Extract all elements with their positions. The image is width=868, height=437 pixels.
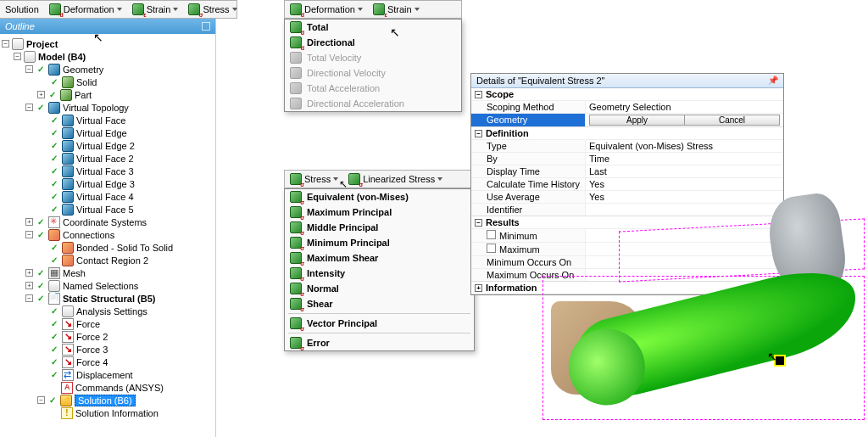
tree-displacement[interactable]: ✓Displacement [2,368,214,381]
strain-dropdown2[interactable]: Strain [368,1,425,18]
tree-analysis-settings[interactable]: ✓Analysis Settings [2,305,214,317]
tree-force2[interactable]: ✓Force 2 [2,330,214,343]
collapse-icon[interactable]: − [475,91,482,98]
expand-icon[interactable]: + [25,282,33,289]
deformation-dropdown[interactable]: Deformation [44,1,127,18]
prop-by[interactable]: ByTime [471,152,783,165]
collapse-icon[interactable]: − [25,65,33,73]
menu-shear[interactable]: Shear [285,296,474,311]
check-icon: ✓ [49,357,59,367]
collapse-icon[interactable]: − [475,130,482,137]
menu-total[interactable]: Total [285,20,461,35]
check-icon: ✓ [49,77,59,87]
tree-vface2[interactable]: ✓Virtual Face 2 [2,152,214,165]
checkbox[interactable] [487,244,496,253]
project-icon [12,38,24,50]
tree-model[interactable]: −Model (B4) [2,50,214,63]
tree-contact2[interactable]: ✓Contact Region 2 [2,254,214,266]
prop-scoping-method[interactable]: Scoping MethodGeometry Selection [471,100,783,113]
collapse-icon[interactable]: − [37,396,45,404]
checkbox[interactable] [487,230,496,239]
tree-solid[interactable]: ✓Solid [2,76,214,88]
collapse-icon[interactable]: − [25,104,33,111]
tree-virtual-topology[interactable]: −✓Virtual Topology [2,101,214,114]
group-scope[interactable]: −Scope [471,88,783,100]
tree-force1[interactable]: ✓Force [2,317,214,330]
expand-icon[interactable]: + [25,269,33,277]
tree-solution-info[interactable]: Solution Information [2,406,214,419]
check-icon: ✓ [36,230,46,239]
tree-vface[interactable]: ✓Virtual Face [2,114,214,126]
menu-intensity[interactable]: Intensity [285,266,474,281]
deformation-label: Deformation [64,4,114,14]
expand-icon[interactable]: + [25,218,33,226]
tree-force4[interactable]: ✓Force 4 [2,356,214,368]
pin-icon[interactable]: 📌 [768,76,778,86]
pin-icon[interactable] [202,22,210,31]
tree-coord[interactable]: +✓Coordinate Systems [2,216,214,228]
tree-vedge3[interactable]: ✓Virtual Edge 3 [2,177,214,190]
tree-vface3[interactable]: ✓Virtual Face 3 [2,165,214,177]
model-tree[interactable]: −Project −Model (B4) −✓Geometry ✓Solid +… [0,34,215,423]
menu-error[interactable]: Error [285,335,474,350]
tree-vface5[interactable]: ✓Virtual Face 5 [2,203,214,216]
stress-dropdown[interactable]: Stress [183,1,242,18]
result-icon [290,267,302,279]
cancel-button[interactable]: Cancel [685,115,780,126]
collapse-icon[interactable]: − [25,294,33,302]
menu-max-principal[interactable]: Maximum Principal [285,204,474,220]
menu-dir-accel: Directional Acceleration [285,96,461,111]
menu-mid-principal[interactable]: Middle Principal [285,220,474,235]
stress-dropdown-open[interactable]: Stress [285,171,343,188]
tree-vedge2[interactable]: ✓Virtual Edge 2 [2,139,214,152]
vf-icon [62,153,74,165]
tree-vface4[interactable]: ✓Virtual Face 4 [2,190,214,203]
ve-icon [62,140,74,152]
menu-max-shear[interactable]: Maximum Shear [285,250,474,266]
prop-type[interactable]: TypeEquivalent (von-Mises) Stress [471,139,783,152]
conn-icon [48,229,60,241]
disp-icon [62,369,74,381]
vf-icon [62,204,74,216]
tree-bonded[interactable]: ✓Bonded - Solid To Solid [2,241,214,254]
expand-icon[interactable]: + [37,91,45,98]
strain-dropdown[interactable]: Strain [127,1,184,18]
collapse-icon[interactable]: − [25,231,33,238]
graphics-viewport[interactable]: ↖ [542,195,865,433]
tree-project[interactable]: −Project [2,37,214,50]
probe-marker[interactable] [776,356,784,365]
tree-vedge[interactable]: ✓Virtual Edge [2,126,214,139]
tree-connections[interactable]: −✓Connections [2,228,214,241]
group-definition[interactable]: −Definition [471,127,783,139]
tree-static-structural[interactable]: −✓Static Structural (B5) [2,292,214,305]
apply-button[interactable]: Apply [589,115,685,126]
tree-named-sel[interactable]: +✓Named Selections [2,279,214,292]
tree-force3[interactable]: ✓Force 3 [2,343,214,356]
solid-icon [62,76,74,88]
contact-icon [62,255,74,266]
linearized-stress-dropdown[interactable]: Linearized Stress [343,171,448,188]
menu-normal[interactable]: Normal [285,281,474,296]
tree-commands[interactable]: Commands (ANSYS) [2,381,214,394]
solution-button[interactable]: Solution [0,1,44,18]
collapse-icon[interactable]: − [14,53,21,60]
prop-calc-time-history[interactable]: Calculate Time HistoryYes [471,177,783,190]
expand-icon[interactable]: + [475,284,482,292]
menu-directional[interactable]: Directional [285,35,461,50]
prop-geometry[interactable]: GeometryApplyCancel [471,113,783,126]
menu-min-principal[interactable]: Minimum Principal [285,235,474,250]
menu-equivalent[interactable]: Equivalent (von-Mises) [285,189,474,204]
tree-solution[interactable]: −✓Solution (B6) [2,394,214,406]
tree-part[interactable]: +✓Part [2,88,214,101]
chevron-down-icon [415,8,420,11]
collapse-icon[interactable]: − [2,40,9,48]
deformation-dropdown-open[interactable]: Deformation [285,1,368,18]
tree-mesh[interactable]: +✓Mesh [2,266,214,279]
menu-vector-principal[interactable]: Vector Principal [285,316,474,331]
prop-display-time[interactable]: Display TimeLast [471,165,783,177]
check-icon: ✓ [36,103,46,112]
collapse-icon[interactable]: − [475,219,482,227]
stress-icon [188,3,200,15]
tree-geometry[interactable]: −✓Geometry [2,63,214,76]
solution-label: Solution [5,4,39,14]
